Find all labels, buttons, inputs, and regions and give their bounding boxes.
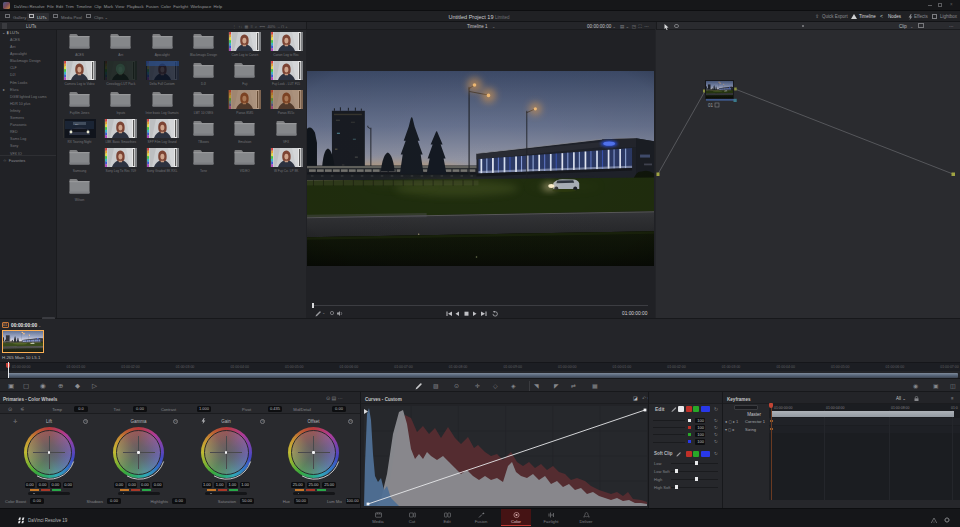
svg-text:RX: RX — [75, 123, 79, 126]
svg-text:01: 01 — [708, 103, 714, 108]
